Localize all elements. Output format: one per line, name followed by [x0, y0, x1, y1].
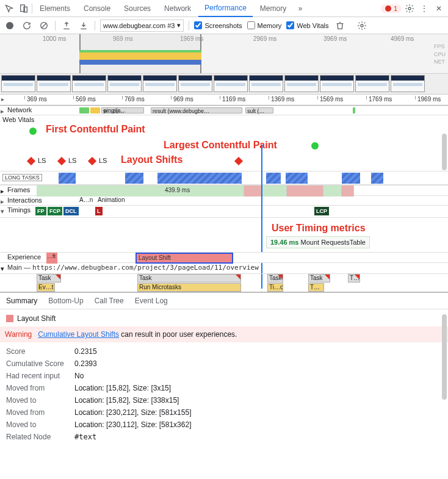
long-task-block[interactable]	[371, 173, 383, 184]
record-button[interactable]	[4, 20, 16, 32]
flame-task[interactable]: Task	[308, 274, 330, 283]
net-bar[interactable]: result (www.debugbe…	[151, 107, 242, 113]
fp-badge[interactable]: FP	[35, 207, 46, 215]
long-task-block[interactable]	[157, 173, 242, 184]
net-bar[interactable]	[90, 107, 100, 113]
reload-record-button[interactable]	[21, 20, 33, 32]
flame-tid[interactable]: Ti…d	[267, 283, 283, 292]
device-toggle-icon[interactable]	[17, 2, 31, 15]
screenshot-thumb[interactable]	[214, 75, 248, 92]
tab-network[interactable]: Network	[158, 1, 197, 16]
long-tasks-track[interactable]: LONG TASKS	[0, 171, 448, 185]
long-task-block[interactable]	[125, 173, 143, 184]
collapse-icon[interactable]: ▾	[1, 207, 4, 215]
tab-call-tree[interactable]: Call Tree	[95, 297, 124, 305]
screenshot-thumb[interactable]	[249, 75, 283, 92]
download-icon[interactable]	[78, 20, 90, 32]
load-badge[interactable]: L	[95, 207, 103, 215]
screenshot-thumb[interactable]	[355, 75, 389, 92]
dcl-badge[interactable]: DCL	[63, 207, 79, 215]
screenshot-thumb[interactable]	[178, 75, 212, 92]
net-bar[interactable]: sult (…	[245, 107, 273, 113]
error-badge[interactable]: 1	[381, 4, 402, 13]
screenshot-thumb[interactable]	[391, 75, 425, 92]
web-vitals-checkbox[interactable]: Web Vitals	[286, 21, 328, 29]
interaction-item[interactable]: Animation	[98, 196, 125, 203]
frame-segment[interactable]	[37, 185, 244, 196]
screenshot-thumb[interactable]	[72, 75, 106, 92]
screenshot-thumb[interactable]	[107, 75, 142, 92]
related-node-value[interactable]: #text	[74, 433, 96, 441]
interactions-track[interactable]: ▸ Interactions A…n Animation	[0, 196, 448, 206]
lcp-marker[interactable]	[311, 142, 319, 149]
tab-sources[interactable]: Sources	[118, 1, 157, 16]
network-track[interactable]: ▸ Network w…de… ping (a… result (www.deb…	[0, 106, 448, 115]
lcp-badge[interactable]: LCP	[314, 207, 329, 215]
experience-track[interactable]: Experience …ft Layout Shift	[0, 252, 448, 263]
tab-performance[interactable]: Performance	[198, 0, 253, 17]
flame-microtask[interactable]: Run Microtasks	[137, 283, 241, 292]
tab-elements[interactable]: Elements	[34, 1, 76, 16]
frames-track[interactable]: ▸ Frames 439.9 ms	[0, 185, 448, 196]
layout-shift-marker[interactable]	[88, 157, 96, 165]
long-task-block[interactable]	[59, 173, 76, 184]
overview-timeline[interactable]: 1000 ms 969 ms 1969 ms 2969 ms 3969 ms 4…	[0, 34, 448, 74]
layout-shift-marker[interactable]	[27, 157, 35, 165]
experience-block[interactable]: …ft	[46, 253, 57, 264]
kebab-menu-icon[interactable]: ⋮	[417, 2, 431, 15]
net-bar[interactable]	[79, 107, 89, 113]
time-ruler[interactable]: ▸ 369 ms 569 ms 769 ms 969 ms 1169 ms 13…	[0, 95, 448, 106]
trash-icon[interactable]	[334, 20, 346, 32]
flame-task[interactable]: Task	[37, 274, 61, 283]
tab-console[interactable]: Console	[78, 1, 117, 16]
timings-track[interactable]: ▾ Timings FP FCP DCL L LCP	[0, 206, 448, 218]
tab-memory[interactable]: Memory	[254, 1, 292, 16]
net-bar[interactable]	[353, 107, 355, 113]
screenshot-thumb[interactable]	[37, 75, 71, 92]
memory-checkbox[interactable]: Memory	[247, 21, 282, 29]
main-track-header[interactable]: ▾ Main — https://www.debugbear.com/proje…	[0, 263, 448, 274]
screenshot-thumb[interactable]	[1, 75, 35, 92]
capture-settings-gear-icon[interactable]	[356, 20, 368, 32]
flame-task[interactable]: T…	[348, 274, 360, 283]
recording-selector[interactable]: www.debugbear.com #3 ▾	[100, 20, 184, 32]
details-scrollbar[interactable]	[442, 314, 447, 400]
flame-task[interactable]: Task	[137, 274, 241, 283]
more-tabs-icon[interactable]: »	[294, 2, 307, 15]
flame-event[interactable]: Ev…t	[37, 283, 55, 292]
expand-icon[interactable]: ▸	[1, 198, 4, 206]
flame-t[interactable]: T…	[308, 283, 324, 292]
long-task-block[interactable]	[342, 173, 360, 184]
layout-shift-marker[interactable]	[57, 157, 66, 165]
frame-segment[interactable]	[262, 185, 287, 196]
interaction-item[interactable]: A…n	[79, 196, 93, 203]
screenshots-checkbox[interactable]: Screenshots	[194, 21, 242, 29]
long-task-block[interactable]	[266, 173, 281, 184]
inspect-icon[interactable]	[2, 2, 16, 15]
frame-segment[interactable]	[287, 185, 323, 196]
collapse-icon[interactable]: ▾	[1, 265, 4, 273]
play-icon[interactable]: ▸	[1, 96, 4, 103]
frame-segment[interactable]	[342, 185, 354, 196]
clear-button[interactable]	[38, 20, 50, 32]
main-flamegraph[interactable]: Task Ev…t Task Run Microtasks Task Ti…d …	[0, 274, 448, 292]
layout-shift-marker[interactable]	[234, 157, 243, 165]
frame-segment[interactable]	[244, 185, 262, 196]
screenshot-thumb[interactable]	[284, 75, 319, 92]
close-devtools-icon[interactable]: ✕	[432, 2, 446, 15]
expand-icon[interactable]: ▸	[1, 187, 4, 195]
tab-event-log[interactable]: Event Log	[135, 297, 168, 305]
layout-shift-block[interactable]: Layout Shift	[135, 253, 233, 264]
vertical-scrollbar[interactable]	[442, 134, 447, 170]
expand-icon[interactable]: ▸	[1, 107, 4, 115]
screenshot-thumb[interactable]	[320, 75, 354, 92]
screenshot-thumb[interactable]	[143, 75, 177, 92]
flame-task[interactable]: Task	[267, 274, 283, 283]
long-task-block[interactable]	[286, 173, 308, 184]
tab-bottom-up[interactable]: Bottom-Up	[48, 297, 83, 305]
frame-segment[interactable]	[323, 185, 342, 196]
upload-icon[interactable]	[60, 20, 73, 32]
tab-summary[interactable]: Summary	[6, 297, 37, 305]
screenshot-filmstrip[interactable]	[0, 74, 448, 95]
fcp-badge[interactable]: FCP	[48, 207, 62, 215]
